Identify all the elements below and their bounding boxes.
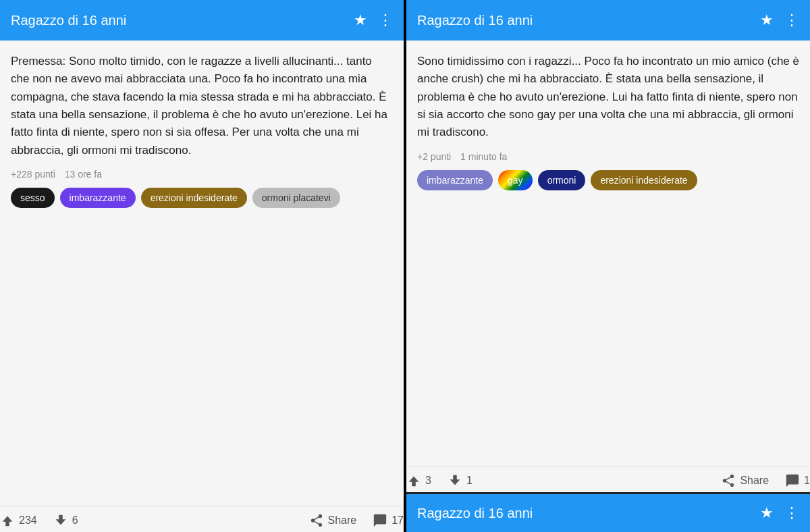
right-upvote-icon[interactable] [406,473,421,488]
right-bottom-header: Ragazzo di 16 anni ★ ⋮ [406,494,810,532]
left-header-title: Ragazzo di 16 anni [11,13,354,28]
left-downvote-group[interactable]: 6 [53,513,78,528]
left-panel: Ragazzo di 16 anni ★ ⋮ Premessa: Sono mo… [0,0,404,532]
right-header-title: Ragazzo di 16 anni [417,13,760,28]
left-header-icons: ★ ⋮ [354,11,393,29]
right-comment-icon[interactable] [785,473,800,488]
right-points: +2 punti [417,151,451,162]
left-upvote-count: 234 [19,514,37,527]
left-tags: sesso imbarazzante erezioni indesiderate… [11,188,393,208]
left-more-icon[interactable]: ⋮ [378,11,393,29]
right-downvote-count: 1 [466,475,473,487]
left-header: Ragazzo di 16 anni ★ ⋮ [0,0,404,41]
left-post-text: Premessa: Sono molto timido, con le raga… [11,53,393,159]
downvote-icon[interactable] [53,513,68,528]
right-star-icon[interactable]: ★ [760,11,774,29]
right-bottom-title: Ragazzo di 16 anni [417,506,760,521]
left-share-label[interactable]: Share [328,514,357,527]
right-bottom-icons: ★ ⋮ [760,504,799,522]
left-comment-count: 17 [392,514,404,527]
right-tag-gay[interactable]: gay [498,170,533,190]
right-tag-erezioni[interactable]: erezioni indesiderate [591,170,697,190]
right-downvote-icon[interactable] [448,473,462,488]
right-more-icon[interactable]: ⋮ [784,11,799,29]
right-header: Ragazzo di 16 anni ★ ⋮ [406,0,810,41]
tag-ormoni-placatevi[interactable]: ormoni placatevi [252,188,340,208]
left-meta: +228 punti 13 ore fa [11,169,393,180]
left-share-group[interactable]: Share [309,513,357,528]
left-time: 13 ore fa [65,169,102,180]
left-downvote-count: 6 [72,514,78,527]
left-comment-group[interactable]: 17 [373,513,404,528]
right-panel: Ragazzo di 16 anni ★ ⋮ Sono timidissimo … [404,0,810,532]
right-header-icons: ★ ⋮ [760,11,799,29]
right-upvote-group[interactable]: 3 [406,473,431,488]
left-upvote-group[interactable]: 234 [0,513,37,528]
right-actions: 3 1 Share 1 [406,466,810,492]
upvote-icon[interactable] [0,513,15,528]
right-downvote-group[interactable]: 1 [448,473,473,488]
right-tag-ormoni[interactable]: ormoni [538,170,586,190]
right-tags: imbarazzante gay ormoni erezioni indesid… [417,170,799,190]
right-time: 1 minuto fa [460,151,507,162]
right-upvote-count: 3 [425,475,431,487]
right-bottom-more-icon[interactable]: ⋮ [784,504,799,522]
left-points: +228 punti [11,169,55,180]
tag-erezioni-indesiderate[interactable]: erezioni indesiderate [141,188,247,208]
right-share-icon[interactable] [721,473,736,488]
right-tag-imbarazzante[interactable]: imbarazzante [417,170,493,190]
right-bottom-star-icon[interactable]: ★ [760,504,774,522]
right-comment-group[interactable]: 1 [785,473,810,488]
tag-imbarazzante[interactable]: imbarazzante [60,188,136,208]
left-content: Premessa: Sono molto timido, con le raga… [0,41,404,506]
comment-icon[interactable] [373,513,387,528]
right-post-text: Sono timidissimo con i ragazzi... Poco f… [417,53,799,142]
right-share-label[interactable]: Share [740,475,769,487]
left-star-icon[interactable]: ★ [354,11,367,29]
right-comment-count: 1 [804,475,810,487]
right-share-group[interactable]: Share [721,473,769,488]
tag-sesso[interactable]: sesso [11,188,55,208]
right-meta: +2 punti 1 minuto fa [417,151,799,162]
left-actions: 234 6 Share 17 [0,506,404,532]
share-icon[interactable] [309,513,324,528]
right-content: Sono timidissimo con i ragazzi... Poco f… [406,41,810,466]
